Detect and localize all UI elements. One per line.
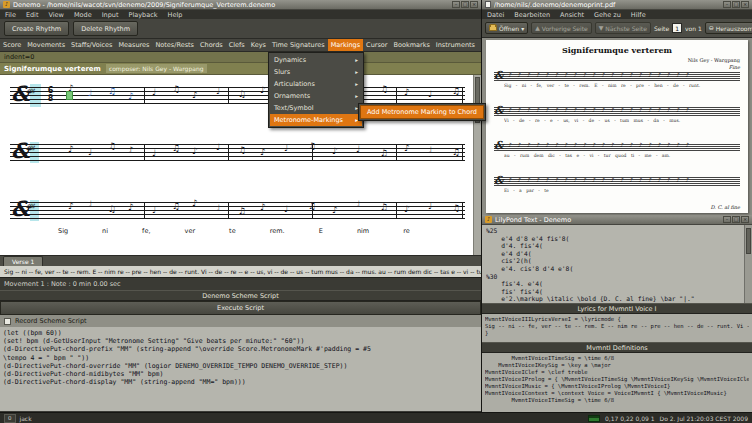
note-icon[interactable]: ♩	[428, 146, 432, 155]
lyrics-pane-header[interactable]: Lyrics for MvmntI Voice I	[482, 303, 752, 314]
menu-item-add-metronome-marking[interactable]: Add Metronome Marking to Chord	[360, 105, 484, 119]
note-icon[interactable]: ♪	[128, 146, 134, 155]
note-icon[interactable]: ♩	[216, 204, 220, 213]
note-icon[interactable]: ♪	[192, 199, 198, 208]
menu-score[interactable]: Score	[0, 39, 24, 51]
pdf-titlebar[interactable]: /home/nils/.denemo/denemoprint.pdf – □ ×	[482, 0, 752, 10]
menu-instruments[interactable]: Instruments	[433, 39, 478, 51]
note-icon[interactable]: ♪	[192, 91, 198, 100]
menu-file[interactable]: File	[0, 10, 21, 19]
note-icon[interactable]: ♫	[452, 87, 460, 96]
menu-view[interactable]: View	[43, 10, 68, 19]
menu-datei[interactable]: Datei	[482, 10, 509, 19]
note-icon[interactable]: ♫	[380, 203, 388, 212]
menu-movements[interactable]: Movements	[24, 39, 68, 51]
menu-item-articulations[interactable]: Articulations▸	[270, 78, 362, 90]
note-icon[interactable]: ♩	[284, 144, 288, 153]
menu-playback[interactable]: Playback	[123, 10, 162, 19]
staff-system-1[interactable]: & ♯♯♯ 6 8 ♪ ♩ ♫ ♪ ♩ ♫ ♪ ♩ ♫ ♪ ♩ ♫ ♪ ♩ ♫	[10, 87, 465, 104]
lilypond-titlebar[interactable]: ♪ LilyPond Text - Denemo – □ ×	[482, 215, 752, 225]
note-icon[interactable]: ♪	[332, 206, 338, 215]
definitions-pane-editor[interactable]: MvmntIVoiceITimeSig = \time 6/8 MvmntIVo…	[482, 353, 752, 412]
note-icon[interactable]: ♩	[284, 205, 288, 214]
menu-item-metronome-markings[interactable]: Metronome-Markings▸	[270, 114, 362, 126]
note-icon[interactable]: ♪	[192, 147, 198, 156]
menu-bearbeiten[interactable]: Bearbeiten	[509, 10, 555, 19]
close-button[interactable]: ×	[741, 1, 749, 8]
note-icon[interactable]: ♩	[356, 200, 360, 209]
note-icon[interactable]: ♫	[108, 87, 116, 96]
note-icon[interactable]: ♫	[380, 149, 388, 158]
menu-item-text-symbol[interactable]: Text/Symbol▸	[270, 102, 362, 114]
menu-item-ornaments[interactable]: Ornaments▸	[270, 90, 362, 102]
maximize-button[interactable]: □	[732, 1, 740, 8]
menu-help[interactable]: Help	[163, 10, 188, 19]
note-icon[interactable]: ♩	[216, 87, 220, 96]
execute-script-button[interactable]: Execute Script	[0, 301, 481, 315]
previous-page-button[interactable]: ▲ Vorherige Seite	[531, 22, 592, 34]
note-icon[interactable]: ♩	[216, 143, 220, 152]
menu-mode[interactable]: Mode	[69, 10, 97, 19]
menu-chords[interactable]: Chords	[197, 39, 226, 51]
next-page-button[interactable]: ▼ Nächste Seite	[595, 22, 651, 34]
note-icon[interactable]: ♪	[260, 148, 266, 157]
note-icon[interactable]: ♩	[428, 90, 432, 99]
note-icon[interactable]: ♪	[404, 88, 410, 97]
definitions-pane-header[interactable]: MvmntI Definitions	[482, 342, 752, 353]
note-icon[interactable]: ♩	[152, 206, 156, 215]
maximize-button[interactable]: □	[732, 216, 740, 223]
lilypond-text-editor[interactable]: %25 e'4 d'8 e'4 fis'8( d'4. fis'4( e'4 d…	[482, 225, 752, 303]
open-button[interactable]: Öffnen ▾	[485, 22, 528, 34]
note-icon[interactable]: ♫	[172, 144, 180, 153]
menu-keys[interactable]: Keys	[248, 39, 269, 51]
record-checkbox[interactable]	[4, 318, 11, 325]
lilypond-scrollbar[interactable]	[744, 225, 752, 303]
lyrics-editor[interactable]: Sig -- ni -- fe, ver -- te -- rem. E -- …	[0, 266, 481, 277]
note-icon[interactable]: ♩	[356, 145, 360, 154]
menu-gehe-zu[interactable]: Gehe zu	[589, 10, 626, 19]
menu-item-dynamics[interactable]: Dynamics▸	[270, 54, 362, 66]
note-icon[interactable]: ♩	[88, 148, 92, 157]
note-icon[interactable]: ♫	[108, 205, 116, 214]
score-header[interactable]: Signiferumque verterem composer: Nils Ge…	[0, 63, 481, 75]
note-icon[interactable]: ♫	[238, 90, 246, 99]
note-icon[interactable]: ♪	[260, 86, 266, 95]
note-icon[interactable]: ♫	[108, 142, 116, 151]
note-icon[interactable]: ♪	[128, 203, 134, 212]
menu-staffs-voices[interactable]: Staffs/Voices	[68, 39, 115, 51]
note-icon[interactable]: ♫	[380, 85, 388, 94]
note-icon[interactable]: ♩	[88, 200, 92, 209]
scheme-script-header[interactable]: Denemo Scheme Script	[0, 290, 481, 301]
close-button[interactable]: ×	[470, 1, 478, 8]
delete-rhythm-button[interactable]: Delete Rhythm	[73, 21, 138, 36]
zoom-out-button[interactable]: ⊖ Herauszoomen	[705, 22, 752, 34]
page-number-input[interactable]: 1	[672, 23, 682, 33]
staff-system-2[interactable]: & ♯♯♯ ♪ ♩ ♫ ♪ ♩ ♫ ♪ ♩ ♫ ♪ ♩ ♫ ♪ ♩ ♫ ♪ ♩ …	[10, 144, 465, 161]
scheme-script-editor[interactable]: (let ((bpm 60)) (set! bpm (d-GetUserInpu…	[0, 327, 481, 411]
menu-time-signatures[interactable]: Time Signatures	[269, 39, 328, 51]
note-icon[interactable]: ♪	[128, 92, 134, 101]
menu-clefs[interactable]: Clefs	[226, 39, 248, 51]
note-icon[interactable]: ♫	[452, 204, 460, 213]
note-icon[interactable]: ♩	[152, 149, 156, 158]
note-icon[interactable]: ♩	[428, 202, 432, 211]
note-icon[interactable]: ♩	[152, 88, 156, 97]
note-icon[interactable]: ♫	[238, 207, 246, 216]
note-icon[interactable]: ♪	[260, 203, 266, 212]
menu-ansicht[interactable]: Ansicht	[555, 10, 589, 19]
tab-verse-1[interactable]: Verse 1	[3, 256, 43, 266]
menu-measures[interactable]: Measures	[115, 39, 152, 51]
menu-edit[interactable]: Edit	[21, 10, 44, 19]
scrollbar-thumb[interactable]	[746, 228, 751, 254]
menu-bookmarks[interactable]: Bookmarks	[390, 39, 432, 51]
menu-input[interactable]: Input	[97, 10, 124, 19]
staff-system-3[interactable]: & ♯♯♯ ♪ ♩ ♫ ♪ ♩ ♫ ♪ ♩ ♫ ♪ ♩ ♫ ♪ ♩ ♫ ♪ ♩ …	[10, 202, 465, 219]
score-canvas[interactable]: & ♯♯♯ 6 8 ♪ ♩ ♫ ♪ ♩ ♫ ♪ ♩ ♫ ♪ ♩ ♫ ♪ ♩ ♫	[0, 75, 481, 255]
note-icon[interactable]: ♪	[404, 144, 410, 153]
maximize-button[interactable]: □	[461, 1, 469, 8]
note-icon[interactable]: ♪	[68, 202, 74, 211]
menu-hilfe[interactable]: Hilfe	[626, 10, 651, 19]
menu-markings[interactable]: Markings	[328, 39, 363, 51]
note-icon[interactable]: ♫	[172, 85, 180, 94]
note-icon[interactable]: ♫	[452, 148, 460, 157]
